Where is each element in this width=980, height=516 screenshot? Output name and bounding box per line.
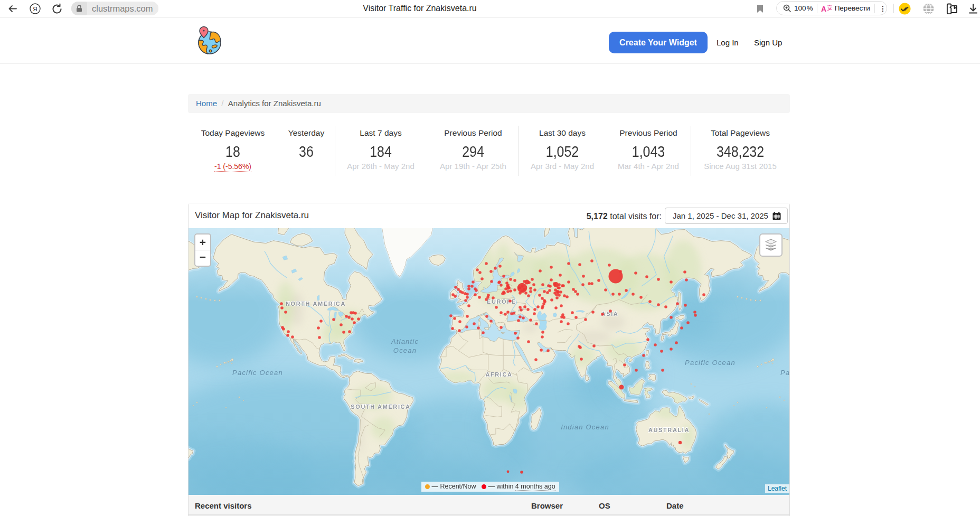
svg-text:Paci: Paci — [780, 369, 789, 377]
svg-text:NORTH AMERICA: NORTH AMERICA — [286, 301, 346, 307]
svg-text:Atlantic: Atlantic — [391, 337, 419, 345]
svg-text:Pacific Ocean: Pacific Ocean — [232, 369, 283, 377]
svg-text:SOUTH AMERICA: SOUTH AMERICA — [351, 404, 410, 410]
svg-text:AFRICA: AFRICA — [485, 371, 512, 378]
svg-text:Pacific Ocean: Pacific Ocean — [685, 359, 736, 367]
svg-text:Indian Ocean: Indian Ocean — [561, 423, 609, 431]
svg-text:A: A — [821, 5, 826, 13]
svg-text:Ocean: Ocean — [393, 346, 417, 354]
svg-text:AUSTRALIA: AUSTRALIA — [648, 427, 690, 433]
svg-text:Я: Я — [33, 6, 37, 12]
svg-text:EUROPE: EUROPE — [487, 298, 516, 305]
